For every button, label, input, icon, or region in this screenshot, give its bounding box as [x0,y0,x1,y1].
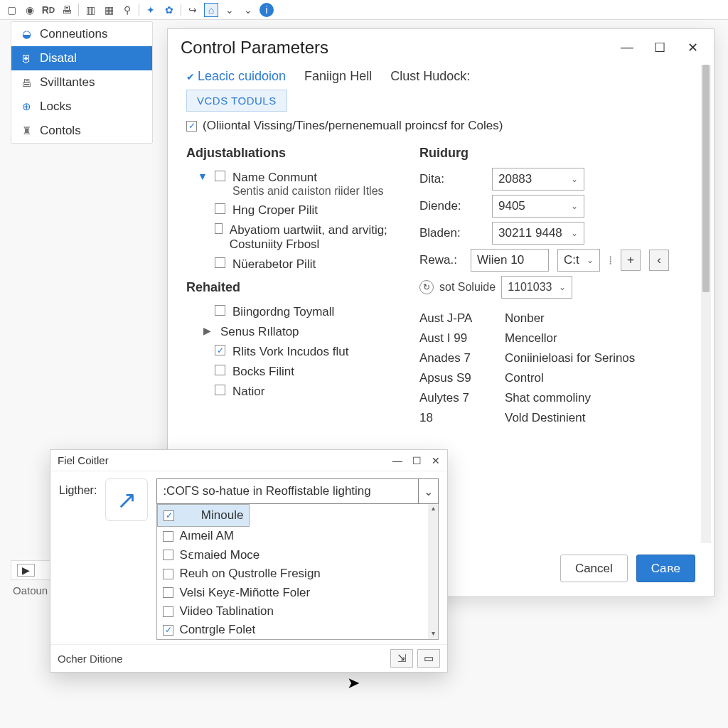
checkbox[interactable] [215,257,225,268]
printer-icon[interactable]: 🖶 [60,3,74,17]
sidebar-item-contols[interactable]: ♜ Contols [11,119,152,143]
kv-list: Aust J-PANonber Aust I 99Mencellor Anade… [419,309,695,428]
checkbox[interactable] [215,203,225,214]
bladen-select[interactable]: 30211 9448⌄ [492,222,584,245]
sidebar-item-svilltantes[interactable]: 🖶 Svilltantes [11,70,152,95]
chevron-down-icon: ⌄ [571,201,578,211]
checkbox[interactable] [215,171,225,181]
share-icon[interactable]: ↪ [186,3,200,17]
panel-grid-icon[interactable]: ▦ [102,3,116,17]
diende-select[interactable]: 9405⌄ [492,195,584,218]
kv-row: 18Vold Destinient [419,408,695,428]
toolbar-separator [78,4,79,16]
sparkle-icon[interactable]: ✦ [144,3,158,17]
popup-maximize-button[interactable]: ☐ [412,455,422,466]
rewa-select[interactable]: Wiien 10 [471,249,549,272]
refresh-icon[interactable]: ↻ [419,280,434,294]
close-button[interactable]: ✕ [684,40,701,55]
adjust-item[interactable]: Hng Croper Pilit [186,200,400,220]
adjust-label: Abyatiom uartwiit, and arvitig; Costunii… [230,223,400,252]
checkbox[interactable] [163,550,173,560]
combo-dropdown-list: Minoule Aımeil AM Sɛmaied Moce Reuh on Q… [156,504,439,640]
step-down-button[interactable]: ‹ [649,250,669,271]
checkbox[interactable] [163,531,173,542]
play-button[interactable]: ▶ [17,564,35,577]
adjust-item[interactable]: ▼ Name Conmunt Sentis anid caıiston riid… [186,168,400,200]
ok-button[interactable]: Caʀe [636,555,695,582]
printer-icon: 🖶 [20,76,33,89]
gear-icon[interactable]: ✿ [162,3,176,17]
combo-option[interactable]: Contrgle Folet [157,621,428,639]
caret-right-icon[interactable]: ▶ [203,325,213,336]
checkbox[interactable] [163,569,173,579]
checkbox[interactable] [163,587,173,598]
square-icon[interactable]: ▢ [4,3,18,17]
panel-left-icon[interactable]: ▥ [83,3,97,17]
minimize-button[interactable]: — [619,40,636,55]
cursor-icon: ➤ [347,674,360,692]
adjust-item[interactable]: Nüerabetor Pilit [186,255,400,274]
sidebar-item-locks[interactable]: ⊕ Locks [11,95,152,119]
checkbox[interactable] [215,385,225,395]
checkbox[interactable] [163,606,173,617]
sidebar-item-connections[interactable]: ◒ Conneutions [11,22,152,46]
combo-option[interactable]: Velsi Keyɛ-Miñotte Foler [157,583,428,602]
toolbar-separator [139,4,139,16]
home-icon[interactable]: ⌂ [204,3,218,17]
rewa-extra-select[interactable]: C:t⌄ [557,249,600,272]
tab-faniign[interactable]: Faniign Hell [304,69,372,84]
dropdown-scrollbar[interactable]: ▴▾ [428,504,438,639]
info-icon[interactable]: i [259,3,274,17]
popup-title: Fiel Coitler [58,454,109,466]
tab-clust[interactable]: Clust Hudock: [390,69,470,84]
combo-option[interactable]: Viideo Tablination [157,602,428,621]
shortcut-icon: ↗ [105,478,148,521]
globe-icon[interactable]: ◉ [23,3,37,17]
status-num-select[interactable]: 1101033⌄ [501,276,572,299]
checkbox[interactable] [215,365,225,375]
sidebar-item-disatal[interactable]: ⛨ Disatal [11,46,152,70]
combo-dropdown-button[interactable]: ⌄ [418,479,438,503]
rehaited-item[interactable]: Bocks Filint [186,362,400,382]
step-up-button[interactable]: + [621,250,641,271]
checkbox[interactable] [215,305,225,316]
global-option-row[interactable]: (Oliiontal Vissing/Tines/pernenemuall pr… [186,119,695,133]
resize-grip-icon[interactable]: ⇲ [390,649,413,668]
wand-icon[interactable]: ⚲ [120,3,134,17]
dialog-scrollbar[interactable] [701,65,711,543]
combo-option[interactable]: Reuh on Qustrolle Fresign [157,564,428,583]
popup-minimize-button[interactable]: — [392,455,402,466]
field-diende: Diende: 9405⌄ [419,195,695,218]
dita-select[interactable]: 20883⌄ [492,168,584,191]
chevron-down-icon[interactable]: ⌄ [241,3,255,17]
field-label: Rewa.: [419,253,462,267]
combo-option[interactable]: Aımeil AM [157,527,428,545]
global-option-label: (Oliiontal Vissing/Tines/pernenemuall pr… [203,119,503,133]
rehaited-item[interactable]: ▶ Senus Rıllatop [186,322,400,342]
adjust-item[interactable]: Abyatiom uartwiit, and arvitig; Costunii… [186,220,400,255]
vcds-button[interactable]: VCDS TODULS [186,90,287,112]
rehaited-item[interactable]: Rlits Vork Incudos flut [186,342,400,362]
checkbox[interactable] [215,223,223,234]
field-rewa: Rewa.: Wiien 10 C:t⌄ ⁞ + ‹ [419,249,695,272]
rehaited-item[interactable]: Biingordng Toymall [186,302,400,322]
caret-down-icon[interactable]: ▼ [198,171,208,182]
rd-icon[interactable]: RD [41,3,55,17]
maximize-button[interactable]: ☐ [651,40,668,55]
checkbox[interactable] [164,510,174,521]
window-icon[interactable]: ▭ [417,649,440,668]
checkbox[interactable] [186,121,197,132]
ligther-combobox[interactable]: ⌄ [156,478,439,504]
combo-option[interactable]: Sɛmaied Moce [157,545,428,564]
tab-leacic[interactable]: Leacic cuidoion [186,69,286,84]
popup-close-button[interactable]: ✕ [432,455,440,466]
rehaited-item[interactable]: Natior [186,382,400,402]
combo-option[interactable]: Minoule [157,504,250,527]
checkbox[interactable] [215,345,225,355]
combo-input[interactable] [157,484,418,498]
checkbox[interactable] [163,625,173,636]
rehaited-label: Senus Rıllatop [220,325,299,339]
cancel-button[interactable]: Cancel [560,555,628,582]
chevron-down-icon[interactable]: ⌄ [223,3,237,17]
scrollbar-thumb[interactable] [702,65,710,292]
